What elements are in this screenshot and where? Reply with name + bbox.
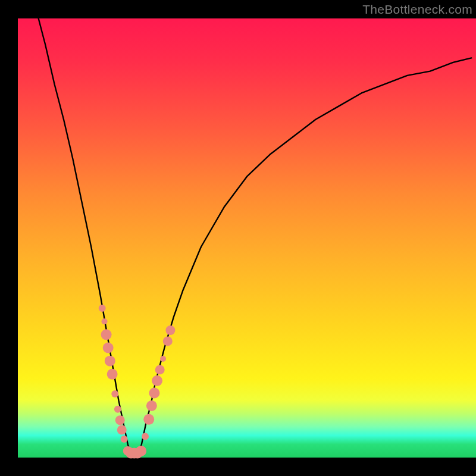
data-marker <box>103 343 114 353</box>
data-marker <box>99 305 106 312</box>
data-marker <box>114 406 121 413</box>
data-marker <box>121 436 128 443</box>
data-marker <box>163 336 173 346</box>
data-marker <box>105 356 115 367</box>
data-marker <box>165 325 175 335</box>
data-marker <box>102 318 108 324</box>
data-marker <box>149 388 159 399</box>
data-marker <box>160 356 166 362</box>
data-marker <box>115 415 125 425</box>
data-marker <box>142 433 149 440</box>
bottleneck-curve <box>39 18 472 458</box>
data-marker <box>146 400 157 411</box>
data-marker <box>117 425 127 435</box>
data-marker <box>155 365 165 374</box>
data-marker <box>107 369 118 380</box>
data-marker <box>111 390 118 397</box>
data-marker <box>136 446 146 456</box>
chart-frame: TheBottleneck.com <box>0 0 476 476</box>
data-marker <box>152 375 162 386</box>
chart-overlay <box>0 0 476 476</box>
data-marker <box>101 329 112 340</box>
data-marker <box>143 414 154 425</box>
